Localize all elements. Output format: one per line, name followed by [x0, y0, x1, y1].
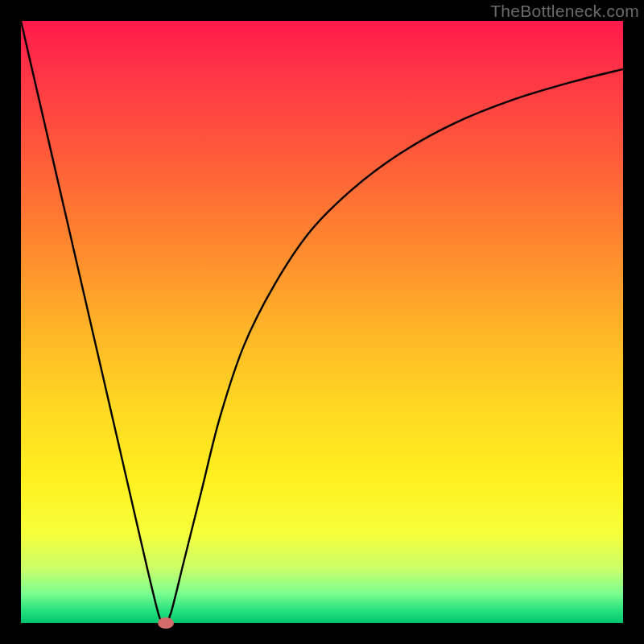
curve-path — [21, 21, 623, 624]
chart-frame — [0, 0, 644, 644]
plot-area — [21, 21, 623, 623]
bottleneck-curve — [21, 21, 623, 623]
vertex-marker — [158, 617, 174, 629]
